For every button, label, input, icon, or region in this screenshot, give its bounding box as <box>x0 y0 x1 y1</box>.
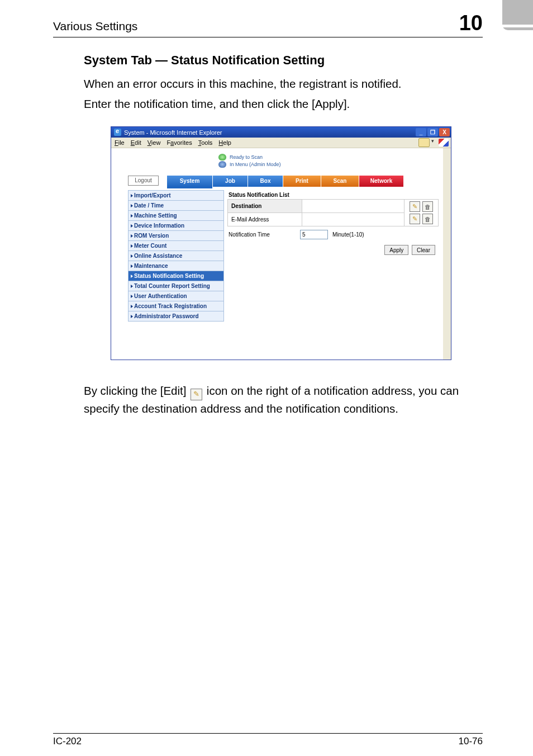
tab-print[interactable]: Print <box>283 176 321 187</box>
window-close-button[interactable]: X <box>439 128 450 136</box>
sidebar-item-label: User Authentication <box>134 293 187 299</box>
triangle-icon <box>131 244 133 248</box>
sidebar-item[interactable]: Status Notification Setting <box>128 271 224 281</box>
mainpane-title: Status Notification List <box>227 190 439 199</box>
sidebar-item-label: Online Assistance <box>134 253 182 259</box>
paragraph: When an error occurs in this machine, th… <box>84 75 478 92</box>
paragraph: Enter the notification time, and then cl… <box>84 96 478 112</box>
destination-header: Destination <box>228 200 302 213</box>
delete-icon[interactable]: 🗑 <box>422 214 433 224</box>
sidebar-item[interactable]: Import/Export <box>128 190 224 200</box>
embedded-screenshot: System - Microsoft Internet Explorer _ ❐… <box>111 126 451 360</box>
edit-icon[interactable]: ✎ <box>410 201 420 212</box>
menu-tools[interactable]: Tools <box>198 139 213 146</box>
delete-icon[interactable]: 🗑 <box>422 201 433 212</box>
sidebar-item[interactable]: Total Counter Report Setting <box>128 281 224 291</box>
triangle-icon <box>131 204 133 207</box>
sidebar-item-label: Administrator Password <box>134 313 199 319</box>
sidebar-item-label: Import/Export <box>134 192 171 199</box>
system-sidebar: Import/ExportDate / TimeMachine SettingD… <box>128 190 224 322</box>
table-row: Destination ✎ 🗑 ✎ 🗑 <box>228 200 439 213</box>
destination-value <box>302 200 404 213</box>
logout-button[interactable]: Logout <box>128 176 159 186</box>
triangle-icon <box>131 224 133 228</box>
window-title: System - Microsoft Internet Explorer <box>124 129 222 136</box>
sidebar-item[interactable]: Maintenance <box>128 261 224 271</box>
status-mode-text: In Menu (Admin Mode) <box>230 162 281 167</box>
menu-help[interactable]: Help <box>218 139 231 146</box>
sidebar-item-label: Status Notification Setting <box>134 273 204 279</box>
tab-box[interactable]: Box <box>248 176 283 187</box>
notification-time-unit: Minute(1-10) <box>332 231 364 238</box>
triangle-icon <box>131 194 133 197</box>
sidebar-item-label: Account Track Registration <box>134 303 207 309</box>
ie-icon <box>114 129 121 136</box>
footer-right: 10-76 <box>459 736 483 747</box>
sidebar-item-label: ROM Version <box>134 233 169 239</box>
sidebar-item[interactable]: Online Assistance <box>128 251 224 261</box>
sidebar-item-label: Meter Count <box>134 243 166 249</box>
triangle-icon <box>131 315 133 318</box>
triangle-icon <box>131 275 133 278</box>
sidebar-item[interactable]: Account Track Registration <box>128 301 224 311</box>
clear-button[interactable]: Clear <box>412 245 435 255</box>
sidebar-item[interactable]: Administrator Password <box>128 311 224 322</box>
footer-left: IC-202 <box>53 736 82 747</box>
status-mode-icon <box>218 161 226 168</box>
menu-view[interactable]: View <box>147 139 161 146</box>
window-menubar: File Edit View Favorites Tools Help <box>111 138 451 148</box>
tab-job[interactable]: Job <box>213 176 248 187</box>
menu-edit[interactable]: Edit <box>131 139 141 146</box>
edit-icon[interactable]: ✎ <box>410 214 420 224</box>
edit-icon: ✎ <box>191 389 202 400</box>
notification-time-label: Notification Time <box>229 231 296 238</box>
paragraph: By clicking the [Edit] ✎ icon on the rig… <box>84 382 478 417</box>
triangle-icon <box>131 234 133 238</box>
sidebar-item-label: Total Counter Report Setting <box>134 283 210 289</box>
ie-flag-icon <box>439 139 449 147</box>
window-maximize-button[interactable]: ❐ <box>427 128 438 136</box>
scrollbar-up-button[interactable]: ▴ <box>443 148 451 156</box>
sidebar-item-label: Maintenance <box>134 263 168 269</box>
running-header-chapter: 10 <box>459 11 483 35</box>
menu-favorites[interactable]: Favorites <box>166 139 192 146</box>
sidebar-item-label: Device Information <box>134 223 184 229</box>
window-titlebar: System - Microsoft Internet Explorer _ ❐… <box>111 127 451 138</box>
window-minimize-button[interactable]: _ <box>416 128 426 136</box>
triangle-icon <box>131 264 133 268</box>
email-address-value <box>302 213 404 226</box>
sidebar-item[interactable]: Device Information <box>128 220 224 230</box>
section-heading: System Tab — Status Notification Setting <box>84 53 478 68</box>
links-button-icon[interactable] <box>418 138 430 147</box>
sidebar-item[interactable]: ROM Version <box>128 230 224 240</box>
tab-scan[interactable]: Scan <box>321 176 359 187</box>
email-address-label: E-Mail Address <box>228 213 302 226</box>
menu-file[interactable]: File <box>115 139 125 146</box>
triangle-icon <box>131 305 133 308</box>
tab-network[interactable]: Network <box>359 176 404 187</box>
triangle-icon <box>131 214 133 218</box>
sidebar-item-label: Machine Setting <box>134 212 177 219</box>
sidebar-item[interactable]: User Authentication <box>128 291 224 301</box>
scrollbar-down-button[interactable]: ▾ <box>443 352 451 360</box>
sidebar-item[interactable]: Machine Setting <box>128 210 224 220</box>
text: By clicking the [Edit] <box>84 384 189 397</box>
status-ready-icon <box>218 154 226 160</box>
status-ready-text: Ready to Scan <box>230 154 263 160</box>
triangle-icon <box>131 254 133 258</box>
notification-time-input[interactable] <box>300 230 328 239</box>
triangle-icon <box>131 285 133 288</box>
triangle-icon <box>131 295 133 298</box>
sidebar-item[interactable]: Date / Time <box>128 200 224 210</box>
sidebar-item-label: Date / Time <box>134 202 164 209</box>
apply-button[interactable]: Apply <box>384 245 408 255</box>
page-tab-decoration <box>502 0 533 30</box>
tab-system[interactable]: System <box>167 176 213 187</box>
running-header-title: Various Settings <box>53 20 137 33</box>
sidebar-item[interactable]: Meter Count <box>128 240 224 251</box>
